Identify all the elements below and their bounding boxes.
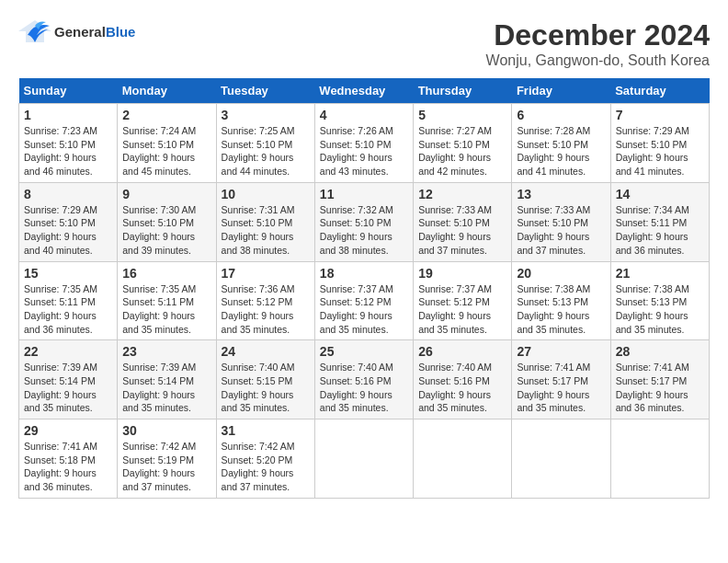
day-number: 30 <box>122 423 210 438</box>
calendar-cell: 1 Sunrise: 7:23 AMSunset: 5:10 PMDayligh… <box>19 104 118 183</box>
calendar-cell: 31 Sunrise: 7:42 AMSunset: 5:20 PMDaylig… <box>216 419 314 499</box>
day-number: 9 <box>122 187 210 201</box>
calendar-cell <box>610 419 709 499</box>
main-title: December 2024 <box>486 18 710 52</box>
cell-info: Sunrise: 7:29 AMSunset: 5:10 PMDaylight:… <box>24 204 97 256</box>
header-monday: Monday <box>118 78 216 104</box>
day-number: 29 <box>24 423 112 438</box>
day-number: 10 <box>222 187 310 201</box>
cell-info: Sunrise: 7:40 AMSunset: 5:16 PMDaylight:… <box>418 362 492 413</box>
cell-info: Sunrise: 7:36 AMSunset: 5:12 PMDaylight:… <box>222 283 295 335</box>
day-number: 2 <box>122 108 210 122</box>
calendar-cell: 14 Sunrise: 7:34 AMSunset: 5:11 PMDaylig… <box>610 182 709 261</box>
calendar-cell <box>512 419 610 499</box>
day-number: 3 <box>222 108 310 122</box>
calendar-cell: 24 Sunrise: 7:40 AMSunset: 5:15 PMDaylig… <box>216 340 314 419</box>
day-number: 15 <box>24 266 112 281</box>
day-number: 6 <box>517 108 605 122</box>
cell-info: Sunrise: 7:30 AMSunset: 5:10 PMDaylight:… <box>122 204 196 256</box>
day-number: 24 <box>222 344 310 359</box>
calendar-cell: 20 Sunrise: 7:38 AMSunset: 5:13 PMDaylig… <box>512 261 610 340</box>
cell-info: Sunrise: 7:33 AMSunset: 5:10 PMDaylight:… <box>517 204 590 256</box>
day-number: 16 <box>122 266 210 281</box>
calendar-cell: 6 Sunrise: 7:28 AMSunset: 5:10 PMDayligh… <box>512 104 610 183</box>
cell-info: Sunrise: 7:42 AMSunset: 5:19 PMDaylight:… <box>122 441 196 492</box>
calendar-cell: 17 Sunrise: 7:36 AMSunset: 5:12 PMDaylig… <box>216 261 314 340</box>
day-number: 26 <box>418 344 506 359</box>
calendar-cell: 23 Sunrise: 7:39 AMSunset: 5:14 PMDaylig… <box>118 340 216 419</box>
header-friday: Friday <box>512 78 610 104</box>
header-thursday: Thursday <box>414 78 512 104</box>
calendar-cell: 8 Sunrise: 7:29 AMSunset: 5:10 PMDayligh… <box>19 182 118 261</box>
header-tuesday: Tuesday <box>216 78 314 104</box>
calendar-cell <box>314 419 413 499</box>
day-header-row: Sunday Monday Tuesday Wednesday Thursday… <box>19 78 710 104</box>
calendar-cell: 12 Sunrise: 7:33 AMSunset: 5:10 PMDaylig… <box>414 182 512 261</box>
calendar-cell: 25 Sunrise: 7:40 AMSunset: 5:16 PMDaylig… <box>314 340 413 419</box>
calendar-cell: 16 Sunrise: 7:35 AMSunset: 5:11 PMDaylig… <box>118 261 216 340</box>
calendar-cell: 18 Sunrise: 7:37 AMSunset: 5:12 PMDaylig… <box>314 261 413 340</box>
cell-info: Sunrise: 7:41 AMSunset: 5:17 PMDaylight:… <box>517 362 590 413</box>
cell-info: Sunrise: 7:31 AMSunset: 5:10 PMDaylight:… <box>222 204 295 256</box>
calendar-cell: 11 Sunrise: 7:32 AMSunset: 5:10 PMDaylig… <box>314 182 413 261</box>
day-number: 5 <box>418 108 506 122</box>
calendar-cell: 29 Sunrise: 7:41 AMSunset: 5:18 PMDaylig… <box>19 419 118 499</box>
cell-info: Sunrise: 7:34 AMSunset: 5:11 PMDaylight:… <box>616 204 689 256</box>
cell-info: Sunrise: 7:32 AMSunset: 5:10 PMDaylight:… <box>320 204 393 256</box>
subtitle: Wonju, Gangwon-do, South Korea <box>486 52 710 69</box>
cell-info: Sunrise: 7:27 AMSunset: 5:10 PMDaylight:… <box>418 125 492 177</box>
calendar-cell: 9 Sunrise: 7:30 AMSunset: 5:10 PMDayligh… <box>118 182 216 261</box>
calendar-cell: 7 Sunrise: 7:29 AMSunset: 5:10 PMDayligh… <box>610 104 709 183</box>
cell-info: Sunrise: 7:25 AMSunset: 5:10 PMDaylight:… <box>222 125 295 177</box>
logo-general: General <box>54 24 106 40</box>
title-block: December 2024 Wonju, Gangwon-do, South K… <box>486 18 710 69</box>
calendar-cell: 13 Sunrise: 7:33 AMSunset: 5:10 PMDaylig… <box>512 182 610 261</box>
day-number: 20 <box>517 266 605 281</box>
cell-info: Sunrise: 7:40 AMSunset: 5:16 PMDaylight:… <box>320 362 393 413</box>
calendar-cell: 19 Sunrise: 7:37 AMSunset: 5:12 PMDaylig… <box>414 261 512 340</box>
cell-info: Sunrise: 7:37 AMSunset: 5:12 PMDaylight:… <box>418 283 492 335</box>
calendar-cell: 2 Sunrise: 7:24 AMSunset: 5:10 PMDayligh… <box>118 104 216 183</box>
day-number: 31 <box>222 423 310 438</box>
calendar-cell: 21 Sunrise: 7:38 AMSunset: 5:13 PMDaylig… <box>610 261 709 340</box>
cell-info: Sunrise: 7:35 AMSunset: 5:11 PMDaylight:… <box>24 283 97 335</box>
cell-info: Sunrise: 7:39 AMSunset: 5:14 PMDaylight:… <box>122 362 196 413</box>
page-container: General Blue December 2024 Wonju, Gangwo… <box>18 18 710 499</box>
calendar-cell: 5 Sunrise: 7:27 AMSunset: 5:10 PMDayligh… <box>414 104 512 183</box>
cell-info: Sunrise: 7:37 AMSunset: 5:12 PMDaylight:… <box>320 283 393 335</box>
cell-info: Sunrise: 7:26 AMSunset: 5:10 PMDaylight:… <box>320 125 393 177</box>
logo-blue: Blue <box>106 24 136 40</box>
cell-info: Sunrise: 7:41 AMSunset: 5:18 PMDaylight:… <box>24 441 97 492</box>
day-number: 23 <box>122 344 210 359</box>
day-number: 19 <box>418 266 506 281</box>
day-number: 28 <box>616 344 704 359</box>
cell-info: Sunrise: 7:38 AMSunset: 5:13 PMDaylight:… <box>517 283 590 335</box>
calendar-cell: 10 Sunrise: 7:31 AMSunset: 5:10 PMDaylig… <box>216 182 314 261</box>
cell-info: Sunrise: 7:24 AMSunset: 5:10 PMDaylight:… <box>122 125 196 177</box>
calendar-cell: 26 Sunrise: 7:40 AMSunset: 5:16 PMDaylig… <box>414 340 512 419</box>
day-number: 7 <box>616 108 704 122</box>
day-number: 13 <box>517 187 605 201</box>
day-number: 8 <box>24 187 112 201</box>
day-number: 25 <box>320 344 408 359</box>
cell-info: Sunrise: 7:28 AMSunset: 5:10 PMDaylight:… <box>517 125 590 177</box>
day-number: 4 <box>320 108 408 122</box>
day-number: 11 <box>320 187 408 201</box>
header-wednesday: Wednesday <box>314 78 413 104</box>
day-number: 21 <box>616 266 704 281</box>
logo: General Blue <box>18 18 135 44</box>
cell-info: Sunrise: 7:42 AMSunset: 5:20 PMDaylight:… <box>222 441 295 492</box>
calendar-cell: 30 Sunrise: 7:42 AMSunset: 5:19 PMDaylig… <box>118 419 216 499</box>
day-number: 12 <box>418 187 506 201</box>
day-number: 22 <box>24 344 112 359</box>
header: General Blue December 2024 Wonju, Gangwo… <box>18 18 710 69</box>
cell-info: Sunrise: 7:29 AMSunset: 5:10 PMDaylight:… <box>616 125 689 177</box>
calendar-table: Sunday Monday Tuesday Wednesday Thursday… <box>18 78 710 499</box>
cell-info: Sunrise: 7:41 AMSunset: 5:17 PMDaylight:… <box>616 362 689 413</box>
logo-bird-icon <box>18 18 51 44</box>
calendar-cell <box>414 419 512 499</box>
cell-info: Sunrise: 7:23 AMSunset: 5:10 PMDaylight:… <box>24 125 97 177</box>
cell-info: Sunrise: 7:38 AMSunset: 5:13 PMDaylight:… <box>616 283 689 335</box>
calendar-cell: 3 Sunrise: 7:25 AMSunset: 5:10 PMDayligh… <box>216 104 314 183</box>
header-saturday: Saturday <box>610 78 709 104</box>
